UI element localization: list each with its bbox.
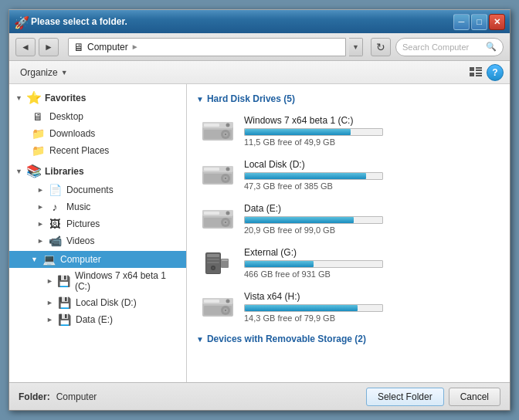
close-button[interactable]: ✕	[489, 14, 505, 30]
drive-name-c: Windows 7 x64 beta 1 (C:)	[244, 115, 497, 126]
view-toggle-button[interactable]	[466, 64, 485, 81]
sidebar-item-downloads[interactable]: 📁 Downloads	[9, 125, 186, 142]
drive-bar-container-h	[244, 304, 383, 312]
organize-button[interactable]: Organize ▼	[15, 66, 73, 80]
hdd-section-title: Hard Disk Drives (5)	[207, 93, 295, 104]
select-folder-button[interactable]: Select Folder	[366, 388, 444, 406]
svg-point-29	[225, 222, 226, 223]
expand-computer-icon: ▼	[31, 256, 39, 263]
search-icon: 🔍	[486, 42, 497, 52]
search-placeholder: Search Computer	[402, 42, 469, 52]
svg-rect-32	[207, 254, 219, 257]
svg-rect-34	[207, 262, 219, 263]
svg-rect-4	[476, 73, 482, 74]
forward-button[interactable]: ►	[39, 38, 59, 56]
hdd-svg-g	[201, 251, 235, 276]
drive-bar-d	[245, 173, 366, 179]
drive-bar-g	[245, 261, 314, 267]
hdd-svg-e	[201, 207, 235, 232]
drive-info-g: External (G:) 466 GB free of 931 GB	[244, 247, 497, 279]
title-bar-controls: ─ □ ✕	[453, 14, 505, 30]
hdd-svg-c	[201, 119, 235, 144]
drive-free-h: 14,3 GB free of 79,9 GB	[244, 313, 497, 323]
svg-rect-2	[476, 69, 482, 71]
svg-point-21	[225, 178, 226, 179]
computer-label: Computer	[60, 254, 101, 265]
drive-info-d: Local Disk (D:) 47,3 GB free of 385 GB	[244, 159, 497, 191]
organize-chevron-icon: ▼	[61, 69, 68, 76]
sidebar-item-c-drive[interactable]: ► 💾 Windows 7 x64 beta 1 (C:)	[9, 268, 186, 294]
d-drive-label: Local Disk (D:)	[76, 297, 137, 308]
drive-free-g: 466 GB free of 931 GB	[244, 269, 497, 279]
expand-e-icon: ►	[46, 316, 54, 323]
view-icon	[469, 66, 483, 80]
drive-bar-container-g	[244, 260, 383, 268]
organize-label: Organize	[20, 67, 58, 78]
drive-name-g: External (G:)	[244, 247, 497, 258]
action-buttons: Select Folder Cancel	[366, 388, 500, 406]
back-button[interactable]: ◄	[15, 38, 36, 56]
drive-item-d[interactable]: Local Disk (D:) 47,3 GB free of 385 GB	[196, 154, 500, 195]
sidebar-computer-header[interactable]: ▼ 💻 Computer	[9, 251, 186, 268]
drive-item-e[interactable]: Data (E:) 20,9 GB free of 99,0 GB	[196, 198, 500, 239]
recent-places-label: Recent Places	[49, 145, 109, 156]
svg-rect-1	[476, 67, 482, 69]
address-text: Computer	[87, 42, 128, 52]
svg-rect-0	[470, 67, 474, 71]
drive-name-h: Vista x64 (H:)	[244, 291, 497, 302]
svg-point-25	[226, 211, 230, 215]
downloads-icon: 📁	[31, 127, 45, 140]
drive-bar-container-d	[244, 172, 383, 180]
maximize-button[interactable]: □	[471, 14, 487, 30]
svg-rect-8	[204, 124, 219, 127]
drive-bar-c	[245, 129, 351, 135]
drive-info-c: Windows 7 x64 beta 1 (C:) 11,5 GB free o…	[244, 115, 497, 147]
c-drive-icon: 💾	[57, 275, 70, 287]
help-button[interactable]: ?	[487, 64, 504, 81]
sidebar-libraries-header[interactable]: ▼ 📚 Libraries	[9, 161, 186, 181]
pictures-icon: 🖼	[48, 218, 62, 230]
sidebar-item-videos[interactable]: ► 📹 Videos	[9, 232, 186, 249]
address-dropdown-button[interactable]: ▼	[349, 38, 363, 56]
videos-icon: 📹	[48, 235, 62, 247]
sidebar-item-documents[interactable]: ► 📄 Documents	[9, 181, 186, 198]
minimize-button[interactable]: ─	[453, 14, 470, 30]
svg-point-46	[225, 310, 226, 311]
videos-label: Videos	[66, 235, 94, 246]
svg-rect-3	[470, 73, 474, 76]
sidebar-section-favorites: ▼ ⭐ Favorites 🖥 Desktop 📁 Downloads 📁 Re…	[9, 87, 186, 159]
sidebar-item-e-drive[interactable]: ► 💾 Data (E:)	[9, 311, 186, 328]
sidebar-item-music[interactable]: ► ♪ Music	[9, 198, 186, 215]
drive-item-h[interactable]: Vista x64 (H:) 14,3 GB free of 79,9 GB	[196, 286, 500, 327]
c-drive-label: Windows 7 x64 beta 1 (C:)	[75, 270, 180, 292]
computer-icon: 🖥	[73, 41, 84, 53]
documents-label: Documents	[66, 185, 114, 195]
sidebar-item-pictures[interactable]: ► 🖼 Pictures	[9, 215, 186, 232]
refresh-button[interactable]: ↻	[371, 38, 391, 56]
expand-pictures-icon: ►	[37, 220, 45, 228]
address-bar[interactable]: 🖥 Computer ►	[68, 38, 346, 56]
drive-item-c[interactable]: Windows 7 x64 beta 1 (C:) 11,5 GB free o…	[196, 110, 500, 151]
drive-free-d: 47,3 GB free of 385 GB	[244, 181, 497, 191]
drive-name-d: Local Disk (D:)	[244, 159, 497, 170]
sidebar-item-desktop[interactable]: 🖥 Desktop	[9, 108, 186, 125]
hard-disk-section-header: ▼ Hard Disk Drives (5)	[196, 90, 500, 104]
svg-point-17	[226, 167, 230, 171]
drive-item-g[interactable]: External (G:) 466 GB free of 931 GB	[196, 242, 500, 283]
drive-bar-container-c	[244, 128, 383, 136]
title-bar: 🚀 Please select a folder. ─ □ ✕	[9, 10, 510, 33]
e-drive-icon: 💾	[57, 313, 71, 326]
address-separator: ►	[131, 42, 139, 51]
section-arrow-removable: ▼	[196, 335, 204, 344]
sidebar-favorites-header[interactable]: ▼ ⭐ Favorites	[9, 87, 186, 108]
sidebar-item-recent-places[interactable]: 📁 Recent Places	[9, 142, 186, 159]
organize-bar: Organize ▼ ?	[9, 61, 510, 84]
folder-label: Folder:	[19, 391, 50, 402]
expand-videos-icon: ►	[37, 237, 45, 245]
cancel-button[interactable]: Cancel	[449, 388, 500, 406]
toolbar: ◄ ► 🖥 Computer ► ▼ ↻ Search Computer 🔍	[9, 33, 510, 61]
libraries-label: Libraries	[45, 166, 84, 177]
sidebar-item-d-drive[interactable]: ► 💾 Local Disk (D:)	[9, 294, 186, 311]
search-box[interactable]: Search Computer 🔍	[395, 38, 504, 56]
svg-rect-33	[207, 259, 219, 260]
